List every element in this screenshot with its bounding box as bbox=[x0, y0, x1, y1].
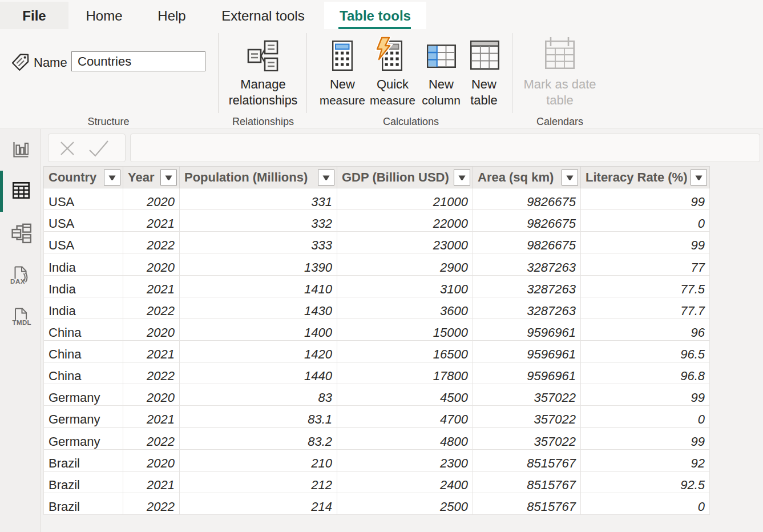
svg-text:TMDL: TMDL bbox=[13, 319, 32, 326]
svg-text:DAX: DAX bbox=[10, 278, 25, 285]
